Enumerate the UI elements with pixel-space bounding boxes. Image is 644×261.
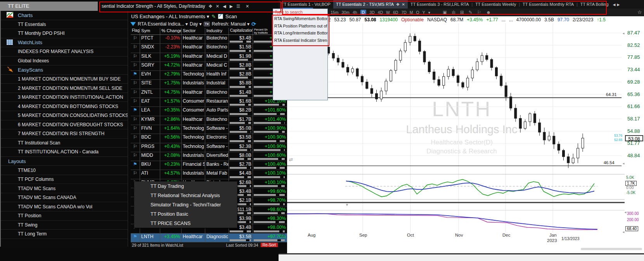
column-header[interactable]: Capitalization (229, 28, 253, 34)
table-row-lea[interactable]: ⚑LEA+0.35%ConsumerAuto Parts$8.2B+101.60… (131, 107, 287, 116)
sidebar-item-ttadv-mc-scans[interactable]: TTADV MC Scans (1, 184, 128, 193)
template-chip[interactable]: T▾ (204, 22, 210, 26)
sidebar-item-tt-swing[interactable]: TT Swing (1, 221, 128, 230)
panel-collapse-icon[interactable]: ▼ (345, 203, 349, 207)
sidebar-item-6-market-condition-overbought-[interactable]: 6 MARKET CONDITION OVERBOUGHT STOCKS (1, 120, 128, 130)
sidebar-item-layouts[interactable]: Layouts (1, 157, 128, 166)
edit-pencil-icon[interactable]: ✎ (211, 14, 216, 19)
tabs-scroll-left-icon[interactable]: ◀ (613, 3, 616, 7)
sidebar-item-tt-essentials[interactable]: TT Essentials (1, 20, 128, 29)
table-row-zntl[interactable]: ⚐ZNTL+4.75%HealthcarBiotechno$1.4B+ (131, 89, 287, 98)
table-row-sgry[interactable]: ⚐SGRY+4.72%HealthcarMedical C$2.8B+ (131, 62, 287, 71)
tab-5[interactable]: TT Essentials Monthly RTA (520, 0, 576, 9)
sidebar-item-2-market-condition-momentum-se[interactable]: 2 MARKET CONDITION MOMENTUM SELL SIDE (1, 84, 128, 93)
panel-close-icon[interactable]: ✕ (246, 2, 249, 11)
table-row-prgs[interactable]: ⚐PRGS+0.43%TechnologSoftware -$2.3B+100.… (131, 143, 287, 152)
sidebar-item-charts[interactable]: Charts (1, 11, 128, 20)
dropdown-item[interactable]: RTA Position Platforms out of a Bott (273, 23, 327, 30)
filter-funnel-icon[interactable] (130, 22, 136, 26)
tv-icon[interactable]: ▣ (443, 10, 447, 15)
flag-tool-icon[interactable]: ⚐ (477, 10, 481, 15)
refresh-mode-selector[interactable]: Refresh: Manual ▾ (212, 21, 249, 27)
table-row-sndx[interactable]: ⚐SNDX-2.23%HealthcarBiotechno$1.5B+ (131, 44, 287, 53)
sidebar-item-7-market-condition-rsi-strengt[interactable]: 7 MARKET CONDITION RSI STRENGTH (1, 129, 128, 139)
tabs-scroll-right-icon[interactable]: ▶ (617, 3, 620, 7)
candlestick-chart[interactable] (287, 23, 644, 254)
sidebar-item-tt-monthly-dpo-pshi[interactable]: TT Monthly DPO PSHI (1, 29, 128, 38)
timeframe-y[interactable]: Y (422, 10, 425, 15)
sidebar-item-4-market-condition-bottoming-s[interactable]: 4 MARKET CONDITION BOTTOMING STOCKS (1, 102, 128, 111)
sidebar-item-global-indexes[interactable]: Global Indexes (1, 57, 128, 66)
context-menu-item[interactable]: TT Day Trading (134, 182, 237, 191)
tab-2[interactable]: TT Essentials 2 - TSV,MS RTA✥✕ (333, 0, 408, 9)
timeframe-6d[interactable]: 6D (393, 10, 398, 15)
search-input[interactable]: Type to search (273, 9, 327, 15)
tab-4[interactable]: TT Essentials Weekly (473, 0, 519, 9)
table-row-bdc[interactable]: ⚐BDC+0.56%TechnologElectronic$3.5B+100.9… (131, 134, 287, 143)
timeframe-15m[interactable]: 15m (331, 10, 338, 15)
context-menu-item[interactable]: Simulator Trading - TechniTrader (134, 200, 237, 209)
sidebar-item-indexes-for-market-analysis[interactable]: INDEXES FOR MARKET ANALYSIS (1, 47, 128, 57)
menu-icon[interactable]: ☰ (236, 2, 240, 11)
sidebar-item-tt-institutional-scan[interactable]: TT Institutional Scan (1, 139, 128, 148)
table-row-kymr[interactable]: ⚐KYMR+2.86%HealthcarBiotechno$1.7B+101.4… (131, 116, 287, 125)
tab-6[interactable]: TT RTA Bolling (578, 0, 611, 9)
filter-selector[interactable]: RTA Essential Indica... ▾ (138, 21, 188, 27)
timeframe-4d[interactable]: 4D (378, 10, 383, 15)
sidebar-item-tt-institutional-action-canada[interactable]: TT INSTITUTIONAL ACTION - Canada (1, 148, 128, 157)
column-header[interactable]: % Change (160, 28, 182, 34)
context-menu-item[interactable]: TT Relational Technical Analysis (134, 191, 237, 200)
tab-move-icon[interactable]: ✥ (396, 2, 399, 7)
period-selector[interactable]: Day ▾ (190, 21, 202, 27)
sidebar-item-ttme10[interactable]: TTME10 (1, 166, 128, 175)
table-row-eat[interactable]: ⚐EAT+1.57%ConsumerRestauran$1.6B+102.10% (131, 98, 287, 107)
sidebar-item-easyscans[interactable]: EasyScans (1, 65, 128, 75)
timeframe-4h[interactable]: 4h (353, 10, 357, 15)
timeframe-m[interactable]: M (410, 10, 413, 15)
resort-button[interactable]: Re-Sort (261, 243, 278, 247)
prev-arrow-icon[interactable]: ◀ (223, 2, 226, 11)
sidebar-item-1-market-condition-momentum-bu[interactable]: 1 MARKET CONDITION MOMENTUM BUY SIDE (1, 75, 128, 84)
sidebar-item-tt-long-term[interactable]: TT Long Term (1, 230, 128, 239)
move-icon[interactable]: ✥ (209, 2, 212, 11)
sidebar-item-ttadv-mc-scans-canada[interactable]: TTADV MC Scans CANADA (1, 193, 128, 203)
timeframe-d[interactable]: D (360, 10, 367, 15)
chart-scrollbar[interactable] (581, 248, 642, 250)
chart-area[interactable]: LNTH Lantheus Holdings Inc Healthcare Se… (287, 23, 644, 254)
column-header[interactable]: Industry (205, 28, 229, 34)
refresh-icon[interactable]: ⟳ (251, 21, 256, 27)
timeframe-30m[interactable]: 30m (341, 10, 349, 15)
column-header[interactable]: Sector (182, 28, 205, 34)
watchlist-title-bar[interactable]: sential Indicator Strength - All Styles,… (99, 2, 280, 11)
table-row-silk[interactable]: ⚐SILK+5.19%HealthcarMedical D$1.9B+ (131, 53, 287, 62)
draw-pencil-icon[interactable]: ✎ (469, 10, 473, 15)
table-row-bku[interactable]: ⚑BKU+0.23%Financial SBanks - Re$2.7B+100… (131, 161, 287, 170)
tab-3[interactable]: TT Essentials 3 - RSI,LRL RTA (408, 0, 472, 9)
table-row-lnth[interactable]: ⚑LNTH+3.45%HealthcarDiagnostic$3.5B+97.7… (131, 234, 287, 242)
sidebar-item-ttadv-mc-scans-canada-w-o-vol[interactable]: TTADV MC Scans CANADA w/o Vol (1, 202, 128, 211)
timeframe-7d[interactable]: 7D (401, 10, 406, 15)
dropdown-item[interactable]: RTA Long/Intermediate Bottoming (273, 30, 327, 37)
table-row-ptct[interactable]: ⚐PTCT-0.10%HealthcarBiotechno$3.4B+ (131, 35, 287, 44)
context-menu-item[interactable]: TT Position Basic (134, 209, 237, 219)
sidebar-item-3-market-condition-institution[interactable]: 3 MARKET CONDITION INSTITUTIONAL ACTION (1, 93, 128, 102)
column-header[interactable]: Flag (131, 28, 140, 34)
sidebar-item-tt-pcf-columns[interactable]: TT PCF Columns (1, 175, 128, 184)
chart-sync-icon[interactable]: ⇄ (289, 157, 293, 162)
exchange-selector[interactable]: US Exchanges - ALL Instruments ▾ (131, 14, 209, 19)
sidebar-item-5-market-condition-consolidati[interactable]: 5 MARKET CONDITION CONSOLIDATING STOCKS (1, 111, 128, 120)
table-row-evh[interactable]: ⚑EVH+2.79%TechnologHealth Inf$2.8B+ (131, 71, 287, 80)
timeframe-w[interactable]: W (386, 10, 390, 15)
timeframe-q[interactable]: Q (416, 10, 419, 15)
add-panel-icon[interactable]: ⊞ (460, 10, 464, 15)
next-arrow-icon[interactable]: ▶ (230, 2, 233, 11)
column-header[interactable]: Sym (140, 28, 160, 34)
context-menu-item[interactable]: TT PRICE SCANS (134, 219, 237, 228)
table-row-ati[interactable]: ⚐ATI+4.57%IndustrialsMetal Fab$4.4B+100.… (131, 170, 287, 179)
tab-1[interactable]: TT Essentials 1 - Vol,BOP (279, 0, 333, 9)
dropdown-item[interactable]: RTA Essential Indicator Strength - A (273, 37, 327, 45)
favorite-star-icon[interactable]: ☆ (637, 9, 642, 15)
table-row-fivn[interactable]: ⚐FIVN+1.64%TechnologSoftware -$5.0B+100.… (131, 125, 287, 134)
close-icon[interactable]: ✕ (216, 2, 219, 11)
sidebar-item-watchlists[interactable]: WatchLists (1, 38, 128, 48)
